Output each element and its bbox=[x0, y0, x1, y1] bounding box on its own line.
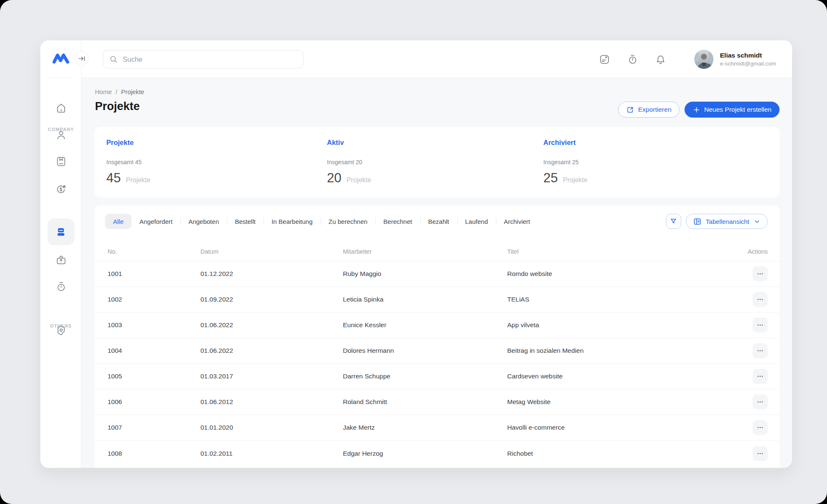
table-header-row: No. Datum Mitarbeiter Titel Actions bbox=[95, 242, 780, 261]
ellipsis-icon bbox=[756, 398, 764, 406]
page-actions: Exportieren Neues Projekt erstellen bbox=[618, 102, 780, 118]
avatar bbox=[694, 50, 714, 69]
row-actions-button[interactable] bbox=[753, 369, 768, 384]
cell-mitarbeiter: Roland Schmitt bbox=[343, 398, 507, 406]
cell-mitarbeiter: Ruby Maggio bbox=[343, 270, 507, 278]
screen-background: COMPANY bbox=[0, 0, 827, 504]
new-project-button[interactable]: Neues Projekt erstellen bbox=[685, 102, 780, 118]
view-controls: Tabellenansicht bbox=[666, 214, 768, 229]
filter-button[interactable] bbox=[666, 214, 681, 229]
breadcrumb-home[interactable]: Home bbox=[95, 88, 112, 95]
cell-no: 1004 bbox=[108, 347, 200, 354]
sidebar-divider bbox=[50, 78, 72, 78]
stat-unit: Projekte bbox=[346, 176, 371, 184]
chevron-down-icon bbox=[753, 218, 761, 225]
breadcrumb-separator: / bbox=[116, 88, 117, 95]
briefcase-icon bbox=[55, 255, 67, 266]
user-menu[interactable]: Elias schmidt e-schmidt@gmail.com bbox=[694, 40, 776, 78]
table-row[interactable]: 1001 01.12.2022 Ruby Maggio Romdo websit… bbox=[95, 261, 780, 287]
cell-titel: TELiAS bbox=[507, 296, 734, 303]
column-header-mitarbeiter: Mitarbeiter bbox=[343, 248, 507, 255]
column-header-datum: Datum bbox=[200, 248, 343, 255]
row-actions-button[interactable] bbox=[753, 420, 768, 435]
sidebar-item-time-tracking[interactable] bbox=[40, 281, 82, 292]
filter-tab-berechnet[interactable]: Berechnet bbox=[375, 214, 420, 229]
stat-unit: Projekte bbox=[563, 176, 587, 184]
cell-titel: Romdo website bbox=[507, 270, 734, 278]
filter-tab-in-bearbeitung[interactable]: In Bearbeitung bbox=[263, 214, 321, 229]
filter-tab-laufend[interactable]: Laufend bbox=[457, 214, 496, 229]
ellipsis-icon bbox=[756, 424, 764, 431]
stat-subtitle: Insgesamt 45 bbox=[106, 159, 142, 165]
cell-datum: 01.12.2022 bbox=[200, 270, 343, 278]
cell-no: 1008 bbox=[108, 450, 200, 457]
money-refresh-icon bbox=[55, 183, 67, 195]
filter-tab-angefordert[interactable]: Angefordert bbox=[132, 214, 180, 229]
cell-no: 1003 bbox=[108, 321, 200, 329]
app-window: COMPANY bbox=[40, 40, 792, 468]
book-icon bbox=[55, 156, 67, 167]
new-project-button-label: Neues Projekt erstellen bbox=[704, 106, 772, 113]
table-row[interactable]: 1005 01.03.2017 Darren Schuppe Cardseven… bbox=[95, 364, 780, 389]
row-actions-button[interactable] bbox=[753, 394, 768, 410]
cell-titel: Metag Website bbox=[507, 398, 734, 406]
sidebar-item-settings[interactable] bbox=[40, 325, 82, 336]
cell-datum: 01.06.2022 bbox=[200, 321, 343, 329]
table-view-button[interactable]: Tabellenansicht bbox=[686, 214, 768, 229]
cell-titel: Richobet bbox=[507, 450, 734, 457]
sidebar-collapse-button[interactable] bbox=[74, 51, 89, 66]
row-actions-button[interactable] bbox=[753, 318, 768, 333]
row-actions-button[interactable] bbox=[753, 292, 768, 307]
filter-tab-archiviert[interactable]: Archiviert bbox=[496, 214, 538, 229]
wave-m-logo-icon bbox=[52, 52, 70, 65]
header-icon-group bbox=[599, 40, 666, 78]
cell-titel: Cardseven website bbox=[507, 373, 734, 380]
search-input[interactable] bbox=[123, 55, 297, 63]
breadcrumb: Home / Projekte bbox=[95, 88, 144, 95]
filter-tab-zu-berechnen[interactable]: Zu berechnen bbox=[321, 214, 376, 229]
stat-title[interactable]: Archiviert bbox=[543, 139, 576, 147]
column-header-actions: Actions bbox=[734, 248, 768, 255]
user-icon bbox=[55, 129, 67, 141]
table-row[interactable]: 1002 01.09.2022 Leticia Spinka TELiAS bbox=[95, 287, 780, 312]
table-row[interactable]: 1008 01.02.2011 Edgar Herzog Richobet bbox=[95, 441, 780, 466]
stats-card: Projekte Insgesamt 45 45 Projekte Aktiv … bbox=[95, 127, 780, 197]
search-icon bbox=[109, 55, 118, 64]
cell-mitarbeiter: Darren Schuppe bbox=[343, 373, 507, 380]
filter-tab-bezahlt[interactable]: Bezahlt bbox=[420, 214, 457, 229]
projects-stack-icon bbox=[55, 226, 67, 238]
stopwatch-icon[interactable] bbox=[627, 54, 638, 65]
row-actions-button[interactable] bbox=[753, 266, 768, 281]
row-actions-button[interactable] bbox=[753, 343, 768, 358]
stat-subtitle: Insgesamt 20 bbox=[327, 159, 362, 165]
bell-icon[interactable] bbox=[655, 54, 666, 65]
filter-tab-bestellt[interactable]: Bestellt bbox=[227, 214, 263, 229]
sidebar-item-documents[interactable] bbox=[40, 156, 82, 167]
top-header: Elias schmidt e-schmidt@gmail.com bbox=[82, 40, 792, 78]
row-actions-button[interactable] bbox=[753, 446, 768, 461]
sidebar-item-users[interactable] bbox=[40, 129, 82, 141]
filter-tab-alle[interactable]: Alle bbox=[105, 214, 132, 229]
sidebar-item-projects-active[interactable] bbox=[47, 218, 74, 245]
filter-tab-angeboten[interactable]: Angeboten bbox=[180, 214, 227, 229]
cell-datum: 01.01.2020 bbox=[200, 424, 343, 431]
stat-title[interactable]: Projekte bbox=[106, 139, 134, 147]
table-row[interactable]: 1007 01.01.2020 Jake Mertz Havolli e-com… bbox=[95, 415, 780, 441]
cell-mitarbeiter: Edgar Herzog bbox=[343, 450, 507, 457]
sidebar-item-home[interactable] bbox=[40, 102, 82, 114]
table-row[interactable]: 1006 01.06.2012 Roland Schmitt Metag Web… bbox=[95, 389, 780, 415]
user-name: Elias schmidt bbox=[720, 52, 776, 59]
sidebar-item-workspace[interactable] bbox=[40, 255, 82, 266]
table-row[interactable]: 1003 01.06.2022 Eunice Kessler App vilve… bbox=[95, 312, 780, 338]
column-header-no: No. bbox=[108, 248, 200, 255]
stat-title[interactable]: Aktiv bbox=[327, 139, 344, 147]
notes-icon[interactable] bbox=[599, 54, 610, 65]
sidebar-item-finance[interactable] bbox=[40, 183, 82, 195]
table-row[interactable]: 1004 01.06.2022 Dolores Hermann Beitrag … bbox=[95, 338, 780, 364]
ellipsis-icon bbox=[756, 296, 764, 303]
stat-subtitle: Insgesamt 25 bbox=[543, 159, 579, 165]
search-box[interactable] bbox=[103, 50, 303, 68]
export-button[interactable]: Exportieren bbox=[618, 102, 679, 118]
stat-value: 20 bbox=[327, 171, 341, 186]
cell-datum: 01.06.2022 bbox=[200, 347, 343, 354]
